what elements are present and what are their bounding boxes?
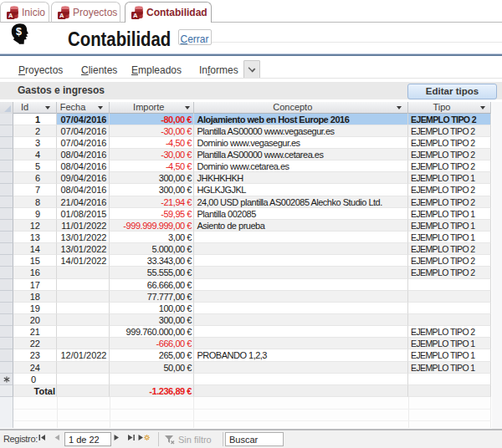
svg-text:$: $ <box>16 26 22 38</box>
svg-text:A: A <box>59 12 64 19</box>
svg-text:A: A <box>8 12 13 19</box>
svg-text:A: A <box>133 12 138 19</box>
